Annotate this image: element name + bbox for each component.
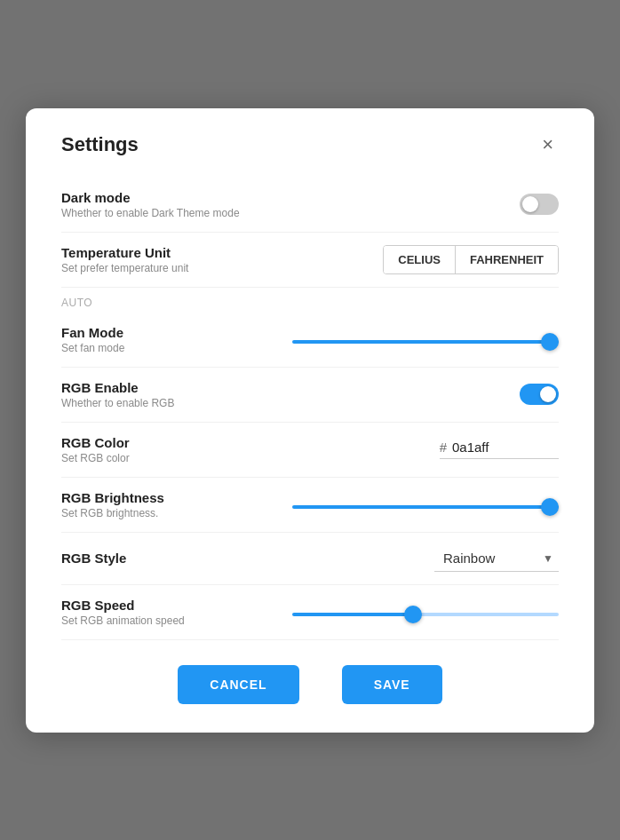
temperature-unit-label: Temperature Unit Set prefer temperature … xyxy=(61,245,188,274)
rgb-speed-title: RGB Speed xyxy=(61,598,185,613)
rgb-speed-row: RGB Speed Set RGB animation speed xyxy=(61,585,559,640)
rgb-brightness-label: RGB Brightness Set RGB brightness. xyxy=(61,490,164,519)
fan-mode-description: Set fan mode xyxy=(61,342,124,354)
rgb-brightness-title: RGB Brightness xyxy=(61,490,164,505)
rgb-color-row: RGB Color Set RGB color # xyxy=(61,423,559,478)
modal-title: Settings xyxy=(61,133,139,156)
close-button[interactable]: × xyxy=(537,133,559,156)
fan-mode-title: Fan Mode xyxy=(61,325,124,340)
hash-sign: # xyxy=(440,440,447,455)
dark-mode-label: Dark mode Whether to enable Dark Theme m… xyxy=(61,190,240,219)
rgb-style-label: RGB Style xyxy=(61,551,126,566)
rgb-color-label: RGB Color Set RGB color xyxy=(61,435,130,464)
dark-mode-title: Dark mode xyxy=(61,190,240,205)
rgb-enable-title: RGB Enable xyxy=(61,380,174,395)
modal-header: Settings × xyxy=(61,133,559,156)
rgb-speed-slider-container xyxy=(292,604,559,620)
rgb-color-description: Set RGB color xyxy=(61,452,130,464)
dark-mode-thumb xyxy=(522,196,538,212)
rgb-style-row: RGB Style Static Breathing Rainbow Color… xyxy=(61,533,559,585)
fan-mode-row: Fan Mode Set fan mode xyxy=(61,313,559,368)
rgb-style-select-wrapper: Static Breathing Rainbow Color Cycle Mus… xyxy=(434,545,559,572)
rgb-color-input[interactable] xyxy=(452,440,559,455)
temperature-unit-title: Temperature Unit xyxy=(61,245,188,260)
rgb-speed-slider[interactable] xyxy=(292,613,559,616)
dark-mode-row: Dark mode Whether to enable Dark Theme m… xyxy=(61,178,559,233)
dark-mode-toggle[interactable] xyxy=(520,194,559,215)
rgb-enable-row: RGB Enable Whether to enable RGB xyxy=(61,368,559,423)
rgb-brightness-description: Set RGB brightness. xyxy=(61,507,164,519)
fan-mode-label: Fan Mode Set fan mode xyxy=(61,325,124,354)
rgb-brightness-slider[interactable] xyxy=(292,505,559,509)
temperature-unit-description: Set prefer temperature unit xyxy=(61,262,188,274)
fan-mode-slider-container xyxy=(292,331,559,347)
rgb-brightness-row: RGB Brightness Set RGB brightness. xyxy=(61,478,559,533)
temperature-unit-buttons: CELIUS FAHRENHEIT xyxy=(383,245,559,274)
rgb-enable-track xyxy=(520,384,559,405)
rgb-enable-thumb xyxy=(540,386,556,402)
rgb-style-title: RGB Style xyxy=(61,551,126,566)
rgb-enable-label: RGB Enable Whether to enable RGB xyxy=(61,380,174,409)
rgb-brightness-slider-container xyxy=(292,496,559,512)
dark-mode-description: Whether to enable Dark Theme mode xyxy=(61,207,240,219)
rgb-style-select[interactable]: Static Breathing Rainbow Color Cycle Mus… xyxy=(434,545,559,572)
rgb-color-input-row: # xyxy=(440,440,559,459)
cancel-button[interactable]: CANCEL xyxy=(178,665,298,704)
rgb-enable-toggle[interactable] xyxy=(520,384,559,405)
fahrenheit-button[interactable]: FAHRENHEIT xyxy=(456,246,558,273)
rgb-speed-label: RGB Speed Set RGB animation speed xyxy=(61,598,185,627)
fan-mode-slider[interactable] xyxy=(292,340,559,344)
auto-section-label: AUTO xyxy=(61,288,559,313)
temperature-unit-row: Temperature Unit Set prefer temperature … xyxy=(61,233,559,288)
rgb-color-title: RGB Color xyxy=(61,435,130,450)
rgb-speed-description: Set RGB animation speed xyxy=(61,614,185,627)
rgb-enable-description: Whether to enable RGB xyxy=(61,397,174,409)
dark-mode-track xyxy=(520,194,559,215)
action-buttons: CANCEL SAVE xyxy=(61,665,559,704)
settings-modal: Settings × Dark mode Whether to enable D… xyxy=(26,108,594,733)
save-button[interactable]: SAVE xyxy=(342,665,442,704)
celius-button[interactable]: CELIUS xyxy=(384,246,456,273)
